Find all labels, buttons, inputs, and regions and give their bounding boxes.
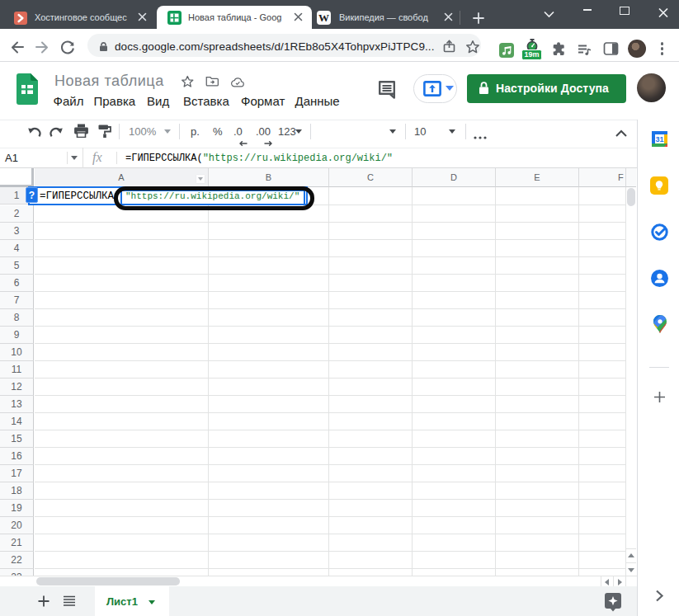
svg-text:31: 31 (655, 135, 663, 143)
